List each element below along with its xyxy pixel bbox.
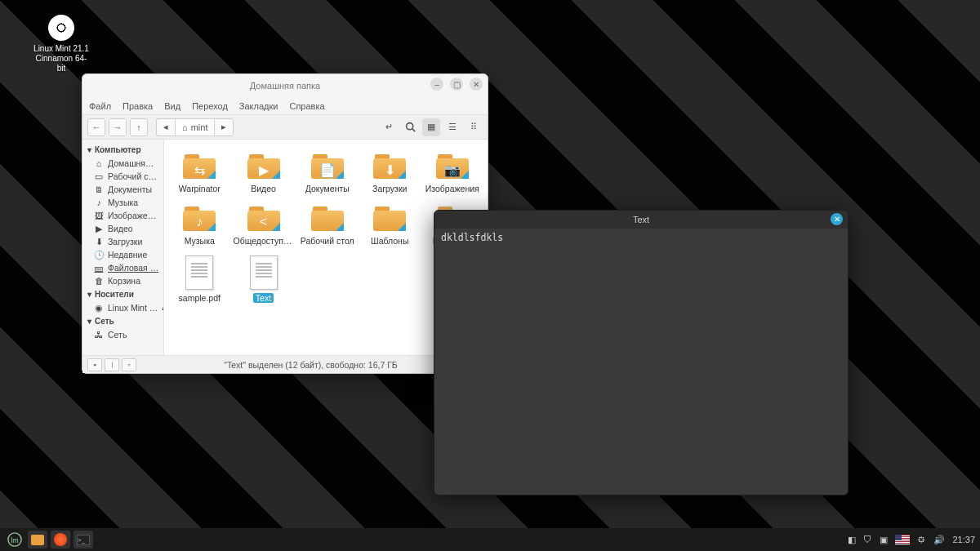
tray-network-icon[interactable]: ⯐ — [917, 535, 926, 544]
file-name: Загрузки — [372, 184, 407, 193]
sidebar-hdr-media[interactable]: ▾Носители — [82, 287, 163, 301]
fm-titlebar[interactable]: Домашняя папка – ▢ ✕ — [82, 74, 488, 97]
text-file-icon — [250, 256, 278, 290]
folder-icon: 📄 — [310, 151, 345, 180]
system-tray: ◧ ⛉ ▣ ⯐ 🔊 21:37 — [848, 535, 975, 545]
desktop-icon-iso[interactable]: Linux Mint 21.1 Cinnamon 64-bit — [33, 15, 90, 73]
recent-icon: 🕓 — [94, 250, 104, 260]
trash-icon: 🗑 — [94, 276, 104, 286]
svg-text:lm: lm — [11, 536, 19, 544]
sidebar-item[interactable]: 🗑Корзина — [82, 274, 163, 287]
file-item[interactable]: sample.pdf — [169, 252, 230, 306]
view-icons-button[interactable]: ▦ — [422, 118, 440, 136]
file-name: Text — [253, 293, 274, 303]
sidebar-item[interactable]: 🖼Изображе… — [82, 209, 163, 222]
folder-icon: ⬇ — [372, 151, 408, 180]
sidebar-item[interactable]: ⌂Домашня… — [82, 157, 163, 170]
start-menu-button[interactable]: lm — [5, 531, 24, 549]
editor-textarea[interactable]: dkldlsfdkls — [434, 229, 848, 495]
taskbar-firefox-button[interactable] — [51, 531, 70, 549]
editor-title: Text — [633, 215, 649, 224]
sidebar-item[interactable]: ⬇Загрузки — [82, 235, 163, 248]
file-item[interactable]: ♪Музыка — [169, 200, 230, 249]
file-item[interactable]: Рабочий стол — [297, 200, 359, 249]
home-icon: ⌂ — [182, 122, 188, 132]
chevron-down-icon: ▾ — [87, 290, 91, 299]
menu-view[interactable]: Вид — [164, 101, 180, 111]
maximize-button[interactable]: ▢ — [450, 78, 463, 91]
nav-up-button[interactable]: ↑ — [130, 118, 148, 136]
path-prev[interactable]: ◂ — [156, 118, 175, 136]
file-item[interactable]: ⇆Warpinator — [169, 148, 230, 197]
tray-clock[interactable]: 21:37 — [952, 535, 975, 544]
video-icon: ▶ — [94, 224, 104, 233]
file-manager-window: Домашняя папка – ▢ ✕ Файл Правка Вид Пер… — [82, 73, 488, 374]
taskbar-terminal-button[interactable]: >_ — [74, 531, 93, 549]
editor-titlebar[interactable]: Text ✕ — [434, 211, 848, 229]
file-item[interactable]: ⬇Загрузки — [359, 148, 421, 197]
flag-us-icon — [895, 535, 910, 544]
sidebar-hdr-network[interactable]: ▾Сеть — [82, 314, 163, 328]
tray-updates-icon[interactable]: ◧ — [848, 535, 856, 545]
file-item[interactable]: 📷Изображения — [422, 148, 483, 197]
minimize-button[interactable]: – — [430, 78, 443, 91]
menu-file[interactable]: Файл — [89, 101, 111, 111]
fm-toolbar: ← → ↑ ◂ ⌂mint ▸ ↵ ▦ ☰ ⠿ — [82, 115, 488, 140]
menu-bookmarks[interactable]: Закладки — [239, 101, 278, 111]
folder-icon: ▶ — [246, 151, 282, 180]
nav-back-button[interactable]: ← — [87, 118, 105, 136]
svg-point-0 — [406, 123, 412, 130]
tray-keyboard-icon[interactable] — [895, 535, 910, 544]
fm-menubar: Файл Правка Вид Переход Закладки Справка — [82, 97, 488, 115]
file-item[interactable]: 📄Документы — [297, 148, 359, 197]
sidebar-item[interactable]: ▶Видео — [82, 222, 163, 235]
sidebar-item[interactable]: ♪Музыка — [82, 196, 163, 209]
file-item[interactable]: Text — [232, 252, 296, 306]
taskbar-files-button[interactable] — [28, 531, 47, 549]
folder-icon: < — [246, 203, 282, 233]
tray-security-icon[interactable]: ⛉ — [863, 535, 872, 544]
music-icon: ♪ — [94, 198, 104, 207]
svg-line-1 — [412, 129, 414, 131]
eject-icon[interactable]: ⏏ — [162, 304, 163, 312]
fm-statusbar: ▪ ⁝ ▫ "Text" выделен (12 байт), свободно… — [82, 355, 488, 373]
menu-help[interactable]: Справка — [289, 101, 324, 111]
nav-forward-button[interactable]: → — [109, 118, 127, 136]
file-item[interactable]: ▶Видео — [232, 148, 296, 197]
editor-close-button[interactable]: ✕ — [831, 213, 843, 225]
sidebar-item[interactable]: 🗎Документы — [82, 183, 163, 196]
file-item[interactable]: <Общедоступные — [232, 200, 296, 249]
close-panel[interactable]: ▫ — [122, 358, 136, 371]
view-list-button[interactable]: ☰ — [443, 118, 461, 136]
folder-icon: ⇆ — [181, 151, 217, 180]
pic-icon: 🖼 — [94, 211, 104, 220]
sidebar-hdr-computer[interactable]: ▾Компьютер — [82, 143, 163, 157]
download-icon: ⬇ — [94, 237, 104, 247]
places-toggle[interactable]: ▪ — [87, 358, 102, 371]
close-button[interactable]: ✕ — [470, 78, 483, 91]
file-item[interactable]: Шаблоны — [359, 200, 421, 249]
view-compact-button[interactable]: ⠿ — [465, 118, 483, 136]
home-icon: ⌂ — [94, 158, 104, 168]
fm-sidebar: ▾Компьютер ⌂Домашня…▭Рабочий с…🗎Документ… — [82, 140, 164, 355]
menu-go[interactable]: Переход — [192, 101, 228, 111]
sidebar-item[interactable]: ▭Рабочий с… — [82, 170, 163, 183]
pdf-icon — [185, 256, 213, 290]
path-next[interactable]: ▸ — [214, 118, 234, 136]
tray-display-icon[interactable]: ▣ — [880, 535, 888, 545]
menu-edit[interactable]: Правка — [122, 101, 153, 111]
sidebar-item[interactable]: 🖧Сеть — [82, 328, 163, 341]
tree-toggle[interactable]: ⁝ — [105, 358, 119, 371]
sidebar-item[interactable]: ◉Linux Mint …⏏ — [82, 301, 163, 314]
path-home[interactable]: ⌂mint — [175, 118, 214, 136]
search-button[interactable] — [401, 118, 419, 136]
file-name: sample.pdf — [179, 293, 220, 303]
fs-icon: 🖴 — [94, 263, 104, 273]
tray-volume-icon[interactable]: 🔊 — [933, 535, 945, 545]
toggle-location-button[interactable]: ↵ — [380, 118, 398, 136]
doc-icon: 🗎 — [94, 184, 104, 194]
sidebar-item[interactable]: 🕓Недавние — [82, 248, 163, 261]
sidebar-item[interactable]: 🖴Файловая … — [82, 261, 163, 274]
file-name: Изображения — [425, 184, 479, 193]
desktop-icon-label2: Cinnamon 64-bit — [33, 54, 90, 73]
